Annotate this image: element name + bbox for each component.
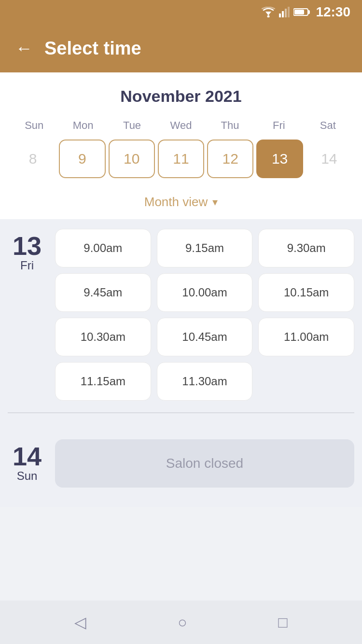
svg-rect-7 bbox=[308, 10, 310, 14]
time-slot-10-45[interactable]: 10.45am bbox=[157, 318, 253, 356]
time-slot-9-00[interactable]: 9.00am bbox=[55, 229, 151, 267]
time-grid-13: 9.00am9.15am9.30am9.45am10.00am10.15am10… bbox=[55, 229, 354, 401]
time-slot-10-00[interactable]: 10.00am bbox=[157, 273, 253, 312]
day-13-number: 13 bbox=[13, 233, 42, 259]
month-view-label: Month view bbox=[144, 195, 208, 210]
date-cell-13[interactable]: 13 bbox=[256, 140, 303, 178]
nav-back-button[interactable]: ◁ bbox=[74, 613, 86, 631]
time-slot-9-45[interactable]: 9.45am bbox=[55, 273, 151, 312]
day-13-label: 13 Fri bbox=[8, 229, 46, 401]
week-dates: 891011121314 bbox=[10, 140, 352, 178]
weekday-headers: Sun Mon Tue Wed Thu Fri Sat bbox=[10, 117, 352, 134]
status-icons bbox=[262, 7, 311, 17]
date-cell-12[interactable]: 12 bbox=[207, 140, 253, 178]
time-slot-10-15[interactable]: 10.15am bbox=[258, 273, 354, 312]
date-cell-8: 8 bbox=[10, 140, 56, 178]
wifi-icon bbox=[262, 7, 275, 17]
weekday-fri: Fri bbox=[254, 117, 303, 134]
back-button[interactable]: ← bbox=[15, 38, 33, 58]
nav-bar: ◁ ○ □ bbox=[0, 601, 362, 644]
time-slot-10-30[interactable]: 10.30am bbox=[55, 318, 151, 356]
weekday-sun: Sun bbox=[10, 117, 58, 134]
svg-rect-8 bbox=[294, 10, 304, 14]
month-year-title: November 2021 bbox=[10, 87, 352, 106]
time-slot-9-15[interactable]: 9.15am bbox=[157, 229, 253, 267]
closed-section: 14 Sun Salon closed bbox=[0, 439, 362, 507]
svg-rect-2 bbox=[279, 14, 281, 17]
salon-closed-box: Salon closed bbox=[55, 439, 354, 488]
time-slot-9-30[interactable]: 9.30am bbox=[258, 229, 354, 267]
app-header: ← Select time bbox=[0, 24, 362, 72]
status-bar: 12:30 bbox=[0, 0, 362, 24]
month-view-toggle[interactable]: Month view ▾ bbox=[10, 186, 352, 219]
weekday-tue: Tue bbox=[108, 117, 156, 134]
day-14-label: 14 Sun bbox=[8, 439, 46, 483]
date-cell-11[interactable]: 11 bbox=[158, 140, 204, 178]
timeslots-section: 13 Fri 9.00am9.15am9.30am9.45am10.00am10… bbox=[0, 219, 362, 439]
weekday-thu: Thu bbox=[206, 117, 254, 134]
day-14-group: 14 Sun Salon closed bbox=[8, 439, 354, 488]
salon-closed-label: Salon closed bbox=[166, 456, 243, 471]
battery-icon bbox=[293, 8, 311, 16]
day-14-name: Sun bbox=[17, 469, 38, 483]
svg-rect-4 bbox=[285, 9, 287, 17]
svg-marker-0 bbox=[265, 12, 271, 15]
time-slot-11-00[interactable]: 11.00am bbox=[258, 318, 354, 356]
svg-rect-3 bbox=[282, 11, 284, 17]
day-13-group: 13 Fri 9.00am9.15am9.30am9.45am10.00am10… bbox=[8, 229, 354, 401]
date-cell-14: 14 bbox=[306, 140, 352, 178]
svg-rect-5 bbox=[288, 7, 290, 17]
nav-recents-button[interactable]: □ bbox=[278, 614, 287, 631]
weekday-sat: Sat bbox=[304, 117, 352, 134]
page-title: Select time bbox=[44, 38, 141, 59]
nav-home-button[interactable]: ○ bbox=[178, 614, 187, 631]
status-time: 12:30 bbox=[316, 4, 350, 20]
day-13-name: Fri bbox=[20, 259, 34, 272]
day-14-number: 14 bbox=[13, 443, 42, 469]
weekday-wed: Wed bbox=[156, 117, 205, 134]
date-cell-9[interactable]: 9 bbox=[59, 140, 105, 178]
time-slot-11-15[interactable]: 11.15am bbox=[55, 362, 151, 401]
signal-icon bbox=[279, 7, 290, 17]
time-slot-11-30[interactable]: 11.30am bbox=[157, 362, 253, 401]
chevron-down-icon: ▾ bbox=[212, 196, 218, 209]
svg-point-1 bbox=[267, 15, 270, 18]
calendar-section: November 2021 Sun Mon Tue Wed Thu Fri Sa… bbox=[0, 72, 362, 219]
date-cell-10[interactable]: 10 bbox=[109, 140, 155, 178]
section-divider bbox=[8, 412, 354, 413]
weekday-mon: Mon bbox=[58, 117, 107, 134]
